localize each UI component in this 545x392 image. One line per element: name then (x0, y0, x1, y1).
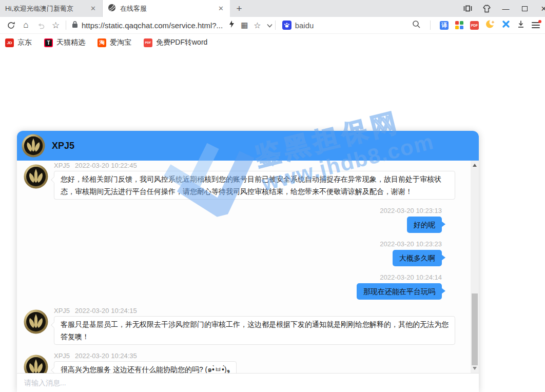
message-time: 2022-03-20 10:23:13 (17, 207, 442, 214)
message-bubble: 很高兴为您服务 这边还有什么能协助您的吗? (๑•̀ㅂ•́)و (54, 361, 237, 373)
message-sender: XPJ5 (54, 307, 70, 315)
user-message: 2022-03-20 10:24:14 那现在还能在平台玩吗 (17, 273, 460, 300)
agent-message: XPJ5 2022-03-20 10:24:15 客服只是基层员工，并无权限去干… (17, 307, 460, 345)
divider (66, 21, 66, 30)
search-icon[interactable] (412, 20, 421, 31)
divider (275, 21, 276, 30)
message-bubble: 您好，经相关部门反馈，我司风控系统近期稽核到您的账号目前已被安全系统自动捕捉存在… (54, 171, 455, 200)
chat-header: XPJ5 (17, 131, 479, 161)
bookmark-star-icon[interactable]: ☆ (254, 21, 261, 30)
browser-tab-bar: Hi,欢迎光临澳门新葡京 ✕ 在线客服 ✕ + — ✕ (0, 0, 545, 17)
chat-scrollbar[interactable] (471, 161, 479, 373)
chat-agent-title: XPJ5 (52, 141, 74, 151)
bookmark-favicon: 淘 (98, 38, 106, 47)
bookmarks-bar: JD 京东 T 天猫精选 淘 爱淘宝 PDF 免费PDF转word (0, 34, 545, 51)
grid-icon[interactable]: ▦ (241, 21, 248, 30)
tab-welcome[interactable]: Hi,欢迎光临澳门新葡京 ✕ (0, 0, 103, 17)
chat-body: XPJ5 2022-03-20 10:22:45 您好，经相关部门反馈，我司风控… (17, 161, 479, 373)
url-action-icons: ▦ ☆ (228, 20, 272, 30)
agent-avatar (24, 164, 48, 189)
tab-title: Hi,欢迎光临澳门新葡京 (5, 4, 85, 13)
message-time: 2022-03-20 10:24:15 (75, 307, 137, 315)
translate-icon[interactable]: 译 (440, 21, 449, 30)
pdf-tool-icon[interactable]: PDF (470, 21, 479, 30)
tab-title: 在线客服 (120, 4, 213, 13)
screenshot-scissors-icon[interactable] (502, 20, 510, 30)
side-panel-icon[interactable] (458, 0, 477, 17)
message-sender: XPJ5 (54, 352, 70, 360)
scroll-up-icon[interactable] (473, 164, 477, 167)
address-bar: ‹ ⌂ ☆ https://static.qaqchat.com/service… (0, 17, 545, 34)
globe-favicon-icon (108, 4, 116, 13)
notification-dot (538, 20, 541, 23)
url-box[interactable]: https://static.qaqchat.com/service.html?… (72, 21, 223, 30)
home-icon[interactable]: ⌂ (18, 20, 33, 30)
url-text[interactable]: https://static.qaqchat.com/service.html?… (82, 21, 223, 30)
bookmark-item[interactable]: PDF 免费PDF转word (144, 38, 207, 47)
chat-widget: XPJ5 XPJ5 2022-03-20 10:22:45 您好，经相关部门反馈… (17, 131, 479, 392)
bookmark-favicon: T (44, 38, 53, 47)
message-sender: XPJ5 (54, 162, 70, 169)
message-bubble: 好的呢 (407, 217, 442, 233)
download-icon[interactable] (517, 20, 525, 30)
favorite-star-icon[interactable]: ☆ (48, 20, 63, 31)
message-meta: XPJ5 2022-03-20 10:22:45 (54, 162, 460, 169)
message-time: 2022-03-20 10:24:14 (17, 273, 442, 281)
lightning-icon[interactable] (228, 20, 235, 30)
agent-avatar (24, 309, 48, 334)
chat-input-area (17, 373, 479, 392)
tab-online-service[interactable]: 在线客服 ✕ (103, 0, 230, 17)
minimize-button[interactable]: — (496, 0, 515, 17)
bookmark-label: 京东 (17, 38, 32, 47)
agent-message: XPJ5 2022-03-20 10:22:45 您好，经相关部门反馈，我司风控… (17, 162, 460, 200)
night-mode-moon-icon[interactable] (485, 19, 495, 31)
bookmark-label: 爱淘宝 (110, 38, 131, 47)
agent-avatar (22, 134, 45, 158)
agent-avatar (24, 355, 48, 373)
browser-toolbar: 译 PDF (412, 19, 545, 31)
scroll-down-icon[interactable] (473, 367, 477, 370)
bookmark-item[interactable]: 淘 爱淘宝 (98, 38, 131, 47)
message-time: 2022-03-20 10:23:23 (17, 240, 442, 248)
lock-icon (72, 21, 78, 30)
bookmarks-list: JD 京东 T 天猫精选 淘 爱淘宝 PDF 免费PDF转word (5, 38, 207, 47)
bookmark-favicon: PDF (144, 38, 152, 47)
close-window-button[interactable]: ✕ (534, 0, 545, 17)
message-time: 2022-03-20 10:24:35 (75, 352, 137, 360)
bookmark-item[interactable]: T 天猫精选 (44, 38, 85, 47)
menu-icon[interactable] (532, 22, 540, 28)
bookmark-label: 天猫精选 (56, 38, 85, 47)
divider (430, 21, 431, 30)
maximize-button[interactable] (515, 0, 534, 17)
user-message: 2022-03-20 10:23:23 大概多久啊 (17, 240, 460, 266)
message-meta: XPJ5 2022-03-20 10:24:35 (54, 352, 460, 360)
message-meta: XPJ5 2022-03-20 10:24:15 (54, 307, 460, 315)
palette-icon[interactable] (455, 21, 463, 29)
chat-messages: XPJ5 2022-03-20 10:22:45 您好，经相关部门反馈，我司风控… (17, 161, 479, 373)
bookmark-item[interactable]: JD 京东 (5, 38, 32, 47)
message-input[interactable] (24, 379, 455, 387)
message-bubble: 大概多久啊 (393, 250, 442, 266)
bookmark-favicon: JD (5, 38, 14, 47)
message-bubble: 那现在还能在平台玩吗 (357, 283, 442, 300)
refresh-icon[interactable] (4, 21, 18, 30)
theme-skin-icon[interactable] (477, 0, 496, 17)
message-bubble: 客服只是基层员工，并无权限去干涉风控部门的审核工作，这边都是根据下发的通知就是刚… (54, 316, 455, 345)
bookmark-label: 免费PDF转word (156, 38, 207, 47)
new-tab-button[interactable]: + (230, 0, 248, 17)
window-controls: — ✕ (458, 0, 545, 17)
chevron-down-icon[interactable] (267, 21, 272, 30)
search-engine-chip[interactable]: baidu (282, 21, 314, 30)
baidu-paw-icon (282, 21, 291, 30)
close-icon[interactable]: ✕ (89, 5, 97, 12)
back-button[interactable]: ‹ (0, 20, 4, 30)
message-time: 2022-03-20 10:22:45 (75, 162, 137, 169)
user-message: 2022-03-20 10:23:13 好的呢 (17, 207, 460, 233)
close-icon[interactable]: ✕ (217, 5, 225, 12)
scrollbar-thumb[interactable] (472, 293, 478, 365)
page-content: XPJ5 XPJ5 2022-03-20 10:22:45 您好，经相关部门反馈… (0, 51, 545, 392)
search-engine-label: baidu (295, 21, 314, 30)
undo-icon[interactable] (33, 22, 48, 29)
agent-message: XPJ5 2022-03-20 10:24:35 很高兴为您服务 这边还有什么能… (17, 352, 460, 373)
